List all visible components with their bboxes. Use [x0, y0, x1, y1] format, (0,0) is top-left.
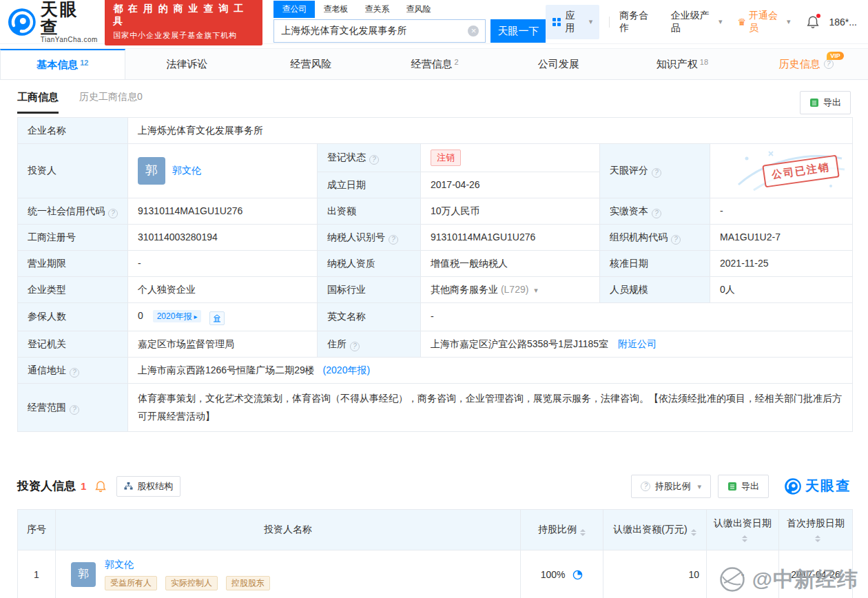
score-label-text: 天眼评分: [610, 165, 648, 176]
help-icon[interactable]: [389, 235, 398, 245]
investor-avatar[interactable]: 郭: [71, 562, 96, 587]
tab-operation-label: 经营信息: [411, 58, 452, 71]
tianyancha-logo[interactable]: 天眼查 TianYanCha.com: [7, 0, 98, 43]
help-icon[interactable]: [824, 59, 834, 69]
investor-avatar[interactable]: 郭: [138, 157, 165, 185]
nav-enterprise-products[interactable]: 企业级产品: [671, 10, 723, 34]
capital-label: 出资额: [318, 198, 421, 224]
tab-company-development[interactable]: 公司发展: [497, 49, 621, 79]
th-subscribed-amount[interactable]: 认缴出资额(万元): [603, 509, 707, 550]
header: 天眼查 TianYanCha.com 都 在 用 的 商 业 查 询 工 具 国…: [0, 0, 868, 44]
subtab-history-business-info[interactable]: 历史工商信息0: [79, 91, 143, 113]
tianyan-score-label: 天眼评分: [600, 144, 710, 198]
tab-legal-proceedings[interactable]: 法律诉讼: [125, 49, 249, 79]
insured-value: 0 2020年报: [128, 302, 318, 331]
org-code-value: MA1GU1U2-7: [710, 224, 853, 250]
sort-icon[interactable]: [742, 535, 747, 542]
mail-address-value: 上海市南京西路1266号恒隆广场二期29楼 (2020年报): [128, 357, 853, 383]
header-nav: 应用 商务合作 企业级产品 开通会员 186*...: [546, 5, 857, 39]
chevron-down-icon: [694, 481, 701, 491]
help-icon[interactable]: [652, 209, 661, 218]
help-icon[interactable]: [108, 209, 118, 218]
equity-structure-label: 股权结构: [137, 480, 173, 493]
nav-open-vip[interactable]: 开通会员: [737, 10, 790, 34]
shareholding-pie-icon[interactable]: [572, 570, 583, 580]
tab-business-info[interactable]: 经营信息2: [373, 49, 497, 79]
notification-bell-icon[interactable]: [806, 15, 820, 29]
crown-icon: [737, 17, 746, 28]
nav-apps[interactable]: 应用: [546, 5, 599, 39]
score-stamp-cell: 公司已注销: [710, 144, 853, 198]
export-button[interactable]: 导出: [800, 91, 851, 114]
th-shareholding-ratio[interactable]: 持股比例: [521, 509, 603, 550]
tag-beneficial-owner: 受益所有人: [105, 576, 157, 590]
nearby-companies-link[interactable]: 附近公司: [618, 338, 657, 349]
investor-tags: 受益所有人 实际控制人 控股股东: [105, 576, 276, 590]
equity-structure-button[interactable]: 股权结构: [116, 476, 180, 497]
building-icon[interactable]: [209, 311, 225, 325]
business-scope-value: 体育赛事策划，文化艺术交流策划，体育咨询（不得从事经纪），商务咨询，企业管理咨询…: [128, 383, 853, 431]
monitor-bell-icon[interactable]: [94, 480, 107, 493]
nav-divider: [609, 17, 610, 28]
th-subscription-date[interactable]: 认缴出资日期: [707, 509, 779, 550]
slogan-line1: 都 在 用 的 商 业 查 询 工 具: [113, 3, 254, 28]
th-first-holding-date[interactable]: 首次持股日期: [779, 509, 853, 550]
search-button[interactable]: 天眼一下: [490, 19, 546, 43]
search-tab-risk[interactable]: 查风险: [397, 1, 439, 18]
tab-basic-info[interactable]: 基本信息12: [0, 49, 125, 79]
tab-operating-risk[interactable]: 经营风险: [249, 49, 373, 79]
investor-index: 1: [18, 550, 56, 598]
tab-intellectual-property[interactable]: 知识产权18: [621, 49, 745, 79]
help-icon[interactable]: [350, 342, 360, 351]
help-icon[interactable]: [671, 235, 681, 245]
sort-icon[interactable]: [691, 529, 696, 536]
tag-controlling-shareholder: 控股股东: [226, 576, 270, 590]
help-icon[interactable]: [70, 368, 79, 378]
industry-label: 国标行业: [318, 276, 421, 302]
paid-capital-value: -: [710, 198, 853, 224]
authority-value: 嘉定区市场监督管理局: [128, 331, 318, 357]
shareholding-ratio-button[interactable]: 持股比例: [631, 475, 711, 498]
export-icon: [809, 98, 819, 107]
establish-date-label: 成立日期: [318, 172, 421, 198]
investor-name-link[interactable]: 郭文伦: [105, 559, 134, 570]
taxpayer-quality-value: 增值税一般纳税人: [421, 250, 600, 276]
logo-text: 天眼查 TianYanCha.com: [41, 0, 98, 43]
investors-export-button[interactable]: 导出: [718, 475, 769, 498]
help-icon[interactable]: [369, 155, 379, 165]
vip-badge: VIP: [827, 52, 844, 60]
tab-history-info[interactable]: VIP 历史信息: [744, 49, 868, 79]
user-phone[interactable]: 186*...: [829, 17, 857, 28]
investor-name-link[interactable]: 郭文伦: [172, 163, 201, 178]
tab-development-label: 公司发展: [538, 58, 579, 71]
help-icon[interactable]: [652, 168, 661, 178]
nav-business-cooperation[interactable]: 商务合作: [619, 10, 656, 34]
mail-address-label-text: 通信地址: [28, 364, 66, 375]
search-input[interactable]: [273, 19, 486, 43]
help-icon[interactable]: [70, 405, 79, 415]
apps-grid-icon: [552, 18, 561, 26]
capital-value: 10万人民币: [421, 198, 600, 224]
mail-annual-report-link[interactable]: (2020年报): [323, 364, 370, 375]
watermark-text: @中新经纬: [752, 566, 858, 594]
search-tab-relation[interactable]: 查关系: [356, 1, 397, 18]
tianyancha-logo-icon: [7, 7, 37, 37]
company-type-value: 个人独资企业: [128, 276, 318, 302]
search-tab-boss[interactable]: 查老板: [315, 1, 356, 18]
search-tab-company[interactable]: 查公司: [273, 1, 315, 18]
slogan-banner: 都 在 用 的 商 业 查 询 工 具 国家中小企业发展子基金旗下机构: [105, 0, 262, 45]
reg-number-label: 工商注册号: [18, 224, 128, 250]
investor-amount: 10: [603, 550, 707, 598]
sort-icon[interactable]: [815, 535, 820, 542]
industry-code: (L729): [501, 284, 528, 295]
taxpayer-id-label: 纳税人识别号: [318, 224, 421, 250]
annual-report-badge[interactable]: 2020年报: [153, 310, 202, 322]
reg-status-label-text: 登记状态: [327, 152, 366, 163]
chevron-down-icon[interactable]: [531, 284, 538, 295]
english-name-label: 英文名称: [318, 302, 421, 331]
slogan-line2: 国家中小企业发展子基金旗下机构: [113, 30, 254, 41]
sort-icon[interactable]: [580, 529, 586, 536]
credit-code-value: 91310114MA1GU1U276: [128, 198, 318, 224]
reg-status-value: 注销: [421, 144, 600, 172]
subtab-business-info[interactable]: 工商信息: [17, 91, 59, 114]
